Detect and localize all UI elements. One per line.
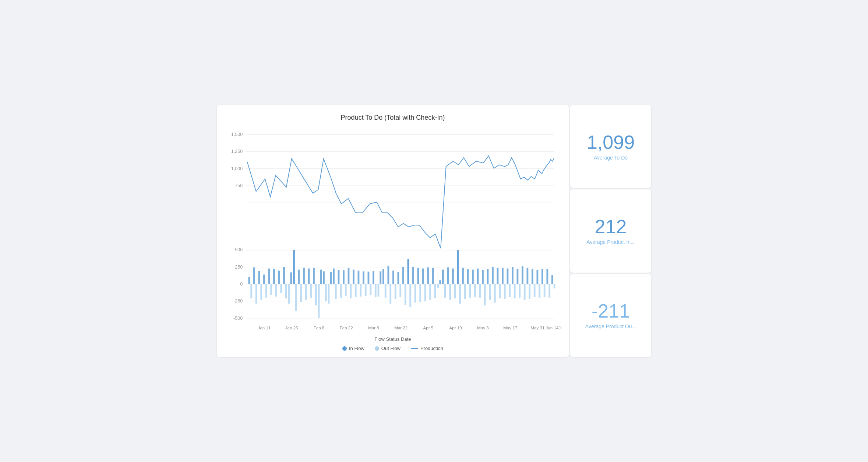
svg-text:Feb 8: Feb 8 — [314, 326, 325, 330]
svg-rect-25 — [260, 284, 262, 300]
side-cards: 1,099 Average To Do 212 Average Product … — [570, 105, 651, 357]
svg-rect-141 — [548, 284, 550, 298]
stat-card-product-out: -211 Average Product Ou... — [570, 274, 651, 357]
svg-rect-56 — [338, 270, 340, 284]
stat-label-product-in: Average Product In... — [586, 239, 635, 245]
svg-text:1,250: 1,250 — [231, 149, 243, 154]
svg-text:-500: -500 — [233, 316, 243, 321]
svg-rect-59 — [345, 284, 347, 296]
svg-rect-87 — [414, 284, 416, 302]
svg-rect-30 — [273, 269, 275, 284]
svg-rect-91 — [424, 284, 426, 301]
chart-area: 1,500 1,250 1,000 750 500 250 0 — [224, 127, 561, 335]
main-chart-card: Product To Do (Total with Check-In) 1,50… — [217, 105, 569, 357]
svg-text:750: 750 — [235, 183, 243, 188]
legend-outflow: Out Flow — [375, 346, 401, 351]
svg-rect-101 — [449, 284, 451, 300]
svg-rect-107 — [464, 284, 466, 299]
svg-rect-70 — [373, 271, 374, 284]
svg-rect-71 — [375, 284, 377, 297]
svg-rect-31 — [275, 284, 277, 297]
svg-text:Jun 28: Jun 28 — [558, 326, 561, 330]
svg-rect-96 — [437, 284, 439, 288]
svg-rect-29 — [270, 284, 272, 295]
svg-rect-42 — [303, 268, 305, 284]
svg-rect-51 — [325, 284, 327, 301]
chart-legend: In Flow Out Flow Production — [224, 346, 561, 351]
svg-rect-139 — [544, 284, 546, 297]
svg-rect-28 — [268, 269, 270, 284]
svg-rect-21 — [250, 284, 252, 298]
svg-rect-34 — [283, 267, 285, 284]
svg-rect-37 — [290, 272, 292, 284]
outflow-label: Out Flow — [381, 346, 401, 351]
production-dash — [411, 348, 418, 349]
svg-rect-121 — [499, 284, 501, 298]
svg-rect-80 — [398, 272, 399, 284]
svg-rect-49 — [320, 270, 322, 284]
svg-rect-45 — [310, 284, 312, 298]
svg-text:-250: -250 — [233, 298, 243, 304]
svg-rect-67 — [365, 284, 367, 296]
dashboard: Product To Do (Total with Check-In) 1,50… — [217, 105, 651, 357]
svg-rect-90 — [422, 269, 424, 284]
svg-rect-97 — [439, 280, 441, 284]
svg-rect-135 — [534, 284, 536, 297]
svg-rect-93 — [429, 284, 431, 300]
svg-rect-127 — [514, 284, 516, 298]
svg-rect-98 — [442, 270, 444, 284]
svg-rect-77 — [389, 284, 391, 304]
svg-rect-136 — [537, 270, 539, 284]
svg-text:Jun 14: Jun 14 — [546, 326, 559, 330]
svg-text:500: 500 — [235, 247, 243, 252]
svg-text:0: 0 — [240, 281, 243, 287]
svg-rect-41 — [300, 284, 302, 302]
chart-svg: 1,500 1,250 1,000 750 500 250 0 — [224, 127, 561, 333]
x-axis-label: Flow Status Date — [224, 336, 561, 342]
svg-rect-35 — [285, 284, 287, 298]
svg-rect-84 — [407, 259, 409, 284]
svg-rect-123 — [504, 284, 506, 299]
svg-rect-92 — [427, 267, 429, 284]
svg-rect-54 — [333, 269, 335, 284]
svg-text:Jan 25: Jan 25 — [285, 326, 298, 330]
svg-rect-86 — [412, 267, 414, 284]
svg-rect-102 — [452, 269, 454, 284]
svg-rect-85 — [409, 284, 411, 307]
svg-rect-68 — [368, 272, 370, 284]
svg-rect-83 — [405, 284, 406, 305]
svg-rect-120 — [497, 268, 499, 284]
svg-rect-32 — [278, 270, 280, 284]
svg-rect-26 — [263, 274, 265, 284]
svg-text:May 3: May 3 — [477, 326, 489, 330]
svg-rect-43 — [305, 284, 307, 300]
svg-rect-47 — [315, 284, 317, 305]
svg-rect-63 — [355, 284, 357, 297]
svg-rect-106 — [462, 268, 464, 284]
svg-rect-33 — [280, 284, 282, 293]
svg-rect-66 — [363, 271, 364, 284]
svg-rect-81 — [399, 284, 401, 297]
svg-text:May 31: May 31 — [530, 326, 544, 330]
svg-text:Apr 19: Apr 19 — [449, 326, 462, 330]
svg-rect-109 — [469, 284, 471, 298]
svg-rect-124 — [507, 269, 509, 284]
svg-rect-48 — [318, 284, 320, 318]
svg-rect-112 — [477, 269, 479, 284]
svg-rect-57 — [340, 284, 342, 298]
svg-rect-53 — [330, 272, 332, 284]
svg-rect-115 — [484, 284, 486, 305]
svg-text:Apr 5: Apr 5 — [423, 326, 434, 330]
svg-rect-82 — [402, 267, 404, 284]
svg-rect-129 — [519, 284, 521, 298]
svg-rect-110 — [472, 270, 474, 284]
svg-text:Mar 22: Mar 22 — [394, 326, 407, 330]
stat-card-product-in: 212 Average Product In... — [570, 189, 651, 272]
svg-rect-78 — [392, 270, 394, 284]
svg-rect-79 — [395, 284, 396, 299]
legend-inflow: In Flow — [342, 346, 364, 351]
svg-rect-50 — [323, 271, 325, 284]
svg-text:May 17: May 17 — [503, 326, 517, 330]
svg-rect-126 — [512, 267, 514, 284]
svg-rect-143 — [554, 284, 555, 288]
